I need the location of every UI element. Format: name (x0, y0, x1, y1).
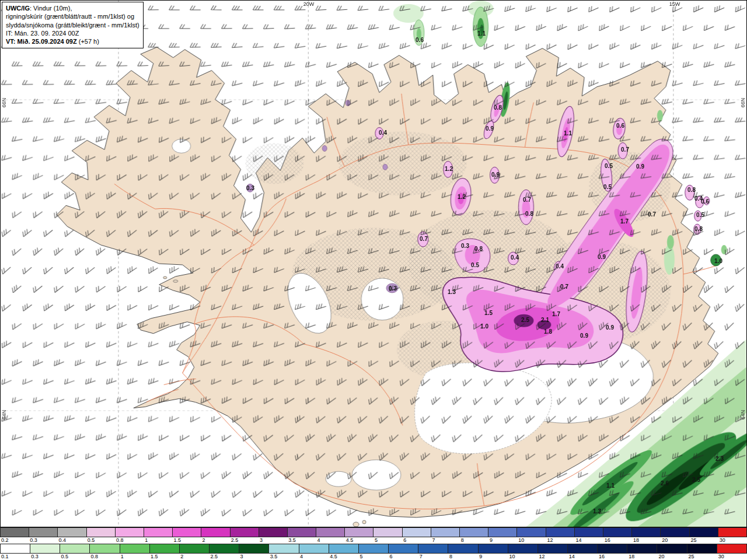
wind-barb-icon (232, 80, 243, 86)
colorbar-segment (537, 544, 567, 553)
wind-barb-icon (252, 190, 263, 199)
wind-barb-icon (63, 264, 74, 274)
wind-barb-icon (74, 433, 85, 440)
wind-barb-icon (326, 24, 337, 29)
colorbar-tick-label: 0.5 (60, 554, 68, 560)
wind-barb-icon (1, 154, 12, 160)
wind-barb-icon (725, 136, 735, 141)
wind-barb-icon (126, 340, 137, 347)
wind-barb-icon (32, 470, 44, 478)
colorbar-segment (687, 544, 717, 553)
colorbar-segment (57, 528, 86, 537)
wind-barb-icon (368, 61, 379, 68)
wind-barb-icon (168, 451, 180, 460)
colorbar-segment (373, 528, 402, 537)
wind-barb-icon (11, 209, 22, 218)
colorbar-tick-label: 10 (517, 537, 524, 544)
colorbar-tick-label: 16 (598, 554, 605, 560)
wind-barb-icon (253, 5, 264, 11)
wind-barb-icon (263, 97, 274, 105)
wind-barb-icon (148, 5, 159, 11)
wind-barb-icon (430, 60, 442, 68)
colorbar-segment (115, 528, 144, 537)
wind-barb-icon (21, 340, 33, 348)
colorbar-tick-label: 18 (627, 554, 634, 560)
wind-barb-icon (682, 173, 693, 178)
wind-barb-icon (734, 228, 746, 236)
wind-barb-icon (211, 5, 222, 11)
colorbar-segment (179, 544, 209, 553)
title-box: UWC/IG: Vindur (10m), rigning/skúrir (gr… (2, 2, 144, 48)
wind-barb-icon (11, 507, 22, 515)
wind-barb-icon (32, 209, 43, 218)
colorbar-tick-label: 30 (718, 537, 725, 544)
wind-barb-icon (514, 23, 525, 31)
wind-barb-icon (629, 4, 641, 12)
snow-colorbar-labels: 0.20.30.40.50.811.522.533.544.5567891012… (0, 537, 747, 544)
wind-barb-icon (32, 246, 43, 256)
colorbar-tick-label: 7 (431, 537, 435, 544)
colorbar-tick-label: 8 (448, 554, 452, 560)
colorbar-tick-label: 0.3 (29, 537, 37, 544)
wind-barb-icon (693, 80, 704, 86)
wind-barb-icon (105, 488, 117, 497)
colorbar-segment (627, 544, 657, 553)
colorbar-segment (546, 528, 574, 537)
wind-barb-icon (75, 61, 86, 67)
wind-barb-icon (158, 470, 169, 479)
colorbar-tick-label: 4 (299, 554, 303, 560)
wind-barb-icon (53, 507, 64, 516)
wind-barb-icon (252, 79, 263, 86)
wind-barb-icon (63, 488, 75, 496)
wind-barb-icon (64, 377, 75, 384)
wind-barb-icon (598, 60, 609, 68)
wind-barb-icon (650, 4, 662, 12)
wind-barb-icon (692, 4, 704, 12)
wind-barb-icon (284, 97, 295, 105)
colorbar-segment (209, 544, 239, 553)
wind-barb-icon (587, 41, 599, 49)
colorbar-segment (402, 528, 431, 537)
colorbar-tick-label: 6 (389, 554, 393, 560)
wind-barb-icon (169, 5, 180, 11)
wind-barb-icon (32, 433, 43, 440)
wind-barb-icon (32, 172, 44, 180)
wind-barb-icon (74, 246, 85, 256)
wind-barb-icon (525, 5, 536, 12)
wind-barb-icon (347, 24, 358, 29)
wind-barb-icon (33, 135, 44, 141)
valid-time-line: VT: Mið. 25.09.2024 09Z (+57 h) (6, 37, 139, 46)
wind-barb-icon (232, 5, 243, 11)
wind-barb-icon (294, 79, 305, 86)
colorbar-segment (259, 528, 287, 537)
wind-barb-icon (21, 302, 33, 311)
wind-barb-icon (262, 469, 273, 479)
wind-barb-icon (241, 469, 252, 479)
wind-barb-icon (74, 507, 85, 516)
wind-barb-icon (263, 24, 274, 29)
title-line-2: rigning/skúrir (grænt/blátt/rautt - mm/1… (6, 12, 139, 20)
wind-barb-icon (53, 396, 64, 403)
wind-barb-icon (42, 264, 53, 274)
wind-barb-icon (74, 321, 85, 329)
weather-map: 0.40.80.91.10.60.70.50.90.50.91.21.20.70… (0, 0, 747, 527)
wind-barb-icon (598, 23, 609, 30)
wind-barb-icon (504, 5, 515, 12)
colorbar-tick-label: 25 (687, 554, 694, 560)
colorbar-tick-label: 1 (144, 537, 148, 544)
wind-barb-icon (95, 470, 106, 478)
wind-barb-icon (358, 6, 368, 10)
wind-barb-icon (11, 358, 23, 366)
legend: 0.20.30.40.50.811.522.533.544.5567891012… (0, 527, 747, 560)
wind-barb-icon (53, 172, 64, 180)
wind-barb-icon (74, 396, 85, 403)
wind-barb-icon (493, 60, 505, 68)
wind-barb-icon (535, 23, 547, 31)
colorbar-tick-label: 9 (488, 537, 493, 544)
wind-barb-icon (43, 452, 54, 459)
wind-barb-icon (64, 452, 75, 459)
wind-barb-icon (273, 488, 284, 498)
colorbar-segment (718, 528, 746, 537)
wind-barb-icon (683, 136, 693, 141)
wind-barb-icon (53, 283, 64, 292)
